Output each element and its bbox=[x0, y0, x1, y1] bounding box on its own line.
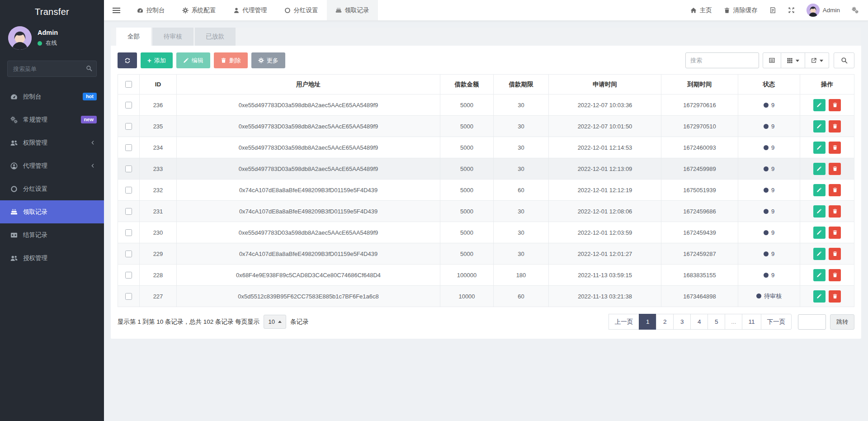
add-button[interactable]: +添加 bbox=[141, 52, 173, 68]
page-button[interactable]: 1 bbox=[639, 314, 656, 330]
export-button[interactable] bbox=[805, 52, 829, 68]
toggle-view-button[interactable] bbox=[763, 52, 781, 68]
row-delete-button[interactable] bbox=[829, 184, 841, 196]
row-edit-button[interactable] bbox=[813, 99, 826, 111]
row-delete-button[interactable] bbox=[829, 269, 841, 281]
cell-id: 234 bbox=[140, 137, 177, 158]
row-edit-button[interactable] bbox=[813, 290, 826, 303]
row-delete-button[interactable] bbox=[829, 99, 841, 111]
row-edit-button[interactable] bbox=[813, 184, 826, 196]
page-button[interactable]: 3 bbox=[673, 314, 691, 330]
cell-id: 235 bbox=[140, 116, 177, 137]
row-checkbox-cell bbox=[118, 243, 140, 265]
sidebar-item-dashboard[interactable]: 控制台 hot bbox=[0, 85, 104, 108]
jump-button[interactable]: 跳转 bbox=[830, 314, 854, 330]
status-dot-icon bbox=[756, 293, 761, 298]
row-checkbox[interactable] bbox=[125, 208, 132, 215]
cell-actions bbox=[800, 95, 854, 116]
cell-id: 236 bbox=[140, 95, 177, 116]
menu-search-input[interactable] bbox=[7, 61, 97, 77]
tab-all[interactable]: 全部 bbox=[116, 28, 151, 46]
status-label: 9 bbox=[771, 272, 774, 279]
row-checkbox[interactable] bbox=[125, 293, 132, 300]
row-checkbox-cell bbox=[118, 95, 140, 116]
row-edit-button[interactable] bbox=[813, 248, 826, 260]
sidebar-item-general[interactable]: 常规管理 new bbox=[0, 108, 104, 131]
tab-pending[interactable]: 待审核 bbox=[152, 28, 193, 46]
row-delete-button[interactable] bbox=[829, 120, 841, 132]
cell-term: 30 bbox=[494, 243, 549, 265]
row-edit-button[interactable] bbox=[813, 205, 826, 218]
row-delete-button[interactable] bbox=[829, 142, 841, 154]
sidebar-item-agents[interactable]: 代理管理 bbox=[0, 154, 104, 177]
row-checkbox[interactable] bbox=[125, 144, 132, 151]
row-delete-button[interactable] bbox=[829, 163, 841, 175]
page-button[interactable]: 4 bbox=[690, 314, 708, 330]
page-button[interactable]: 2 bbox=[656, 314, 674, 330]
more-label: 更多 bbox=[267, 57, 278, 65]
topbar-tab-system-config[interactable]: 系统配置 bbox=[174, 0, 225, 20]
search-submit-button[interactable] bbox=[834, 52, 854, 68]
sidebar-item-permissions[interactable]: 权限管理 bbox=[0, 131, 104, 154]
sidebar-item-dividend[interactable]: 分红设置 bbox=[0, 177, 104, 200]
cell-apply-time: 2022-12-07 10:01:50 bbox=[549, 116, 661, 137]
row-edit-button[interactable] bbox=[813, 163, 826, 175]
row-checkbox[interactable] bbox=[125, 166, 132, 172]
cell-apply-time: 2022-12-01 12:01:27 bbox=[549, 243, 661, 265]
page-button[interactable]: 下一页 bbox=[761, 314, 792, 330]
select-all-checkbox[interactable] bbox=[125, 81, 132, 88]
settings-button[interactable] bbox=[846, 0, 864, 20]
tab-released[interactable]: 已放款 bbox=[195, 28, 236, 46]
cell-amount: 5000 bbox=[440, 243, 494, 265]
edit-button[interactable]: 编辑 bbox=[176, 52, 210, 68]
row-checkbox[interactable] bbox=[125, 251, 132, 257]
log-button[interactable] bbox=[764, 0, 782, 20]
clear-cache-button[interactable]: 清除缓存 bbox=[718, 0, 764, 20]
topbar-tab-agents[interactable]: 代理管理 bbox=[225, 0, 276, 20]
delete-button[interactable]: 删除 bbox=[214, 52, 248, 68]
avatar[interactable] bbox=[8, 26, 32, 50]
page-button[interactable]: 5 bbox=[708, 314, 725, 330]
page-button[interactable]: ... bbox=[725, 314, 742, 330]
row-delete-button[interactable] bbox=[829, 227, 841, 239]
row-checkbox[interactable] bbox=[125, 187, 132, 194]
caret-down-icon bbox=[796, 60, 799, 64]
sidebar-item-authorization[interactable]: 授权管理 bbox=[0, 246, 104, 270]
row-edit-button[interactable] bbox=[813, 142, 826, 154]
home-button[interactable]: 主页 bbox=[684, 0, 718, 20]
menu-toggle-button[interactable] bbox=[104, 0, 128, 20]
row-delete-button[interactable] bbox=[829, 248, 841, 260]
page-button[interactable]: 上一页 bbox=[609, 314, 640, 330]
cell-expire-time: 1683835155 bbox=[661, 265, 738, 286]
page-button[interactable]: 11 bbox=[742, 314, 761, 330]
cell-status: 9 bbox=[738, 137, 800, 158]
more-button[interactable]: 更多 bbox=[251, 52, 285, 68]
topbar-tab-dashboard[interactable]: 控制台 bbox=[128, 0, 174, 20]
row-checkbox[interactable] bbox=[125, 102, 132, 109]
refresh-button[interactable] bbox=[118, 52, 137, 68]
header-expire-time: 到期时间 bbox=[661, 75, 738, 95]
row-checkbox[interactable] bbox=[125, 123, 132, 130]
fullscreen-button[interactable] bbox=[782, 0, 801, 20]
topbar-tab-claim-records[interactable]: 领取记录 bbox=[327, 0, 378, 20]
status-dot-icon bbox=[764, 230, 769, 235]
gear-icon bbox=[258, 57, 264, 63]
row-edit-button[interactable] bbox=[813, 269, 826, 281]
table-search-input[interactable] bbox=[685, 52, 759, 68]
row-delete-button[interactable] bbox=[829, 290, 841, 303]
user-menu[interactable]: Admin bbox=[801, 0, 846, 20]
row-delete-button[interactable] bbox=[829, 205, 841, 218]
header-status: 状态 bbox=[738, 75, 800, 95]
cell-address: 0x74cA107dE8a8aBfeE498209B3fD01159e5F4D4… bbox=[177, 201, 440, 222]
row-checkbox[interactable] bbox=[125, 229, 132, 236]
row-checkbox[interactable] bbox=[125, 272, 132, 279]
sidebar-item-claim-records[interactable]: 领取记录 bbox=[0, 200, 104, 223]
columns-button[interactable] bbox=[781, 52, 805, 68]
topbar-tab-dividend[interactable]: 分红设置 bbox=[276, 0, 327, 20]
row-edit-button[interactable] bbox=[813, 227, 826, 239]
jump-page-input[interactable] bbox=[798, 314, 826, 330]
user-status: 在线 bbox=[38, 39, 58, 47]
sidebar-item-settlement-records[interactable]: 结算记录 bbox=[0, 223, 104, 246]
page-size-select[interactable]: 10 bbox=[264, 315, 286, 329]
row-edit-button[interactable] bbox=[813, 120, 826, 132]
